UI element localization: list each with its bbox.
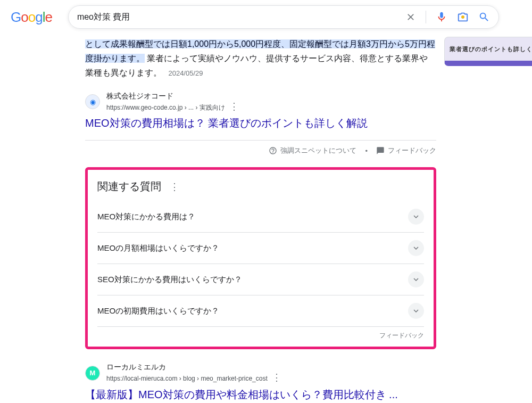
favicon-icon: M <box>85 366 100 381</box>
paa-question: MEOの初期費用はいくらですか？ <box>97 306 219 316</box>
paa-item[interactable]: MEOの月額相場はいくらですか？ <box>97 233 424 264</box>
clear-icon[interactable] <box>405 12 416 22</box>
voice-search-icon[interactable] <box>436 11 447 23</box>
source-name: ローカルミエルカ <box>106 362 281 372</box>
svg-point-0 <box>461 15 464 19</box>
chevron-down-icon <box>408 209 424 225</box>
source-url: https://www.geo-code.co.jp › ... › 実践向け <box>106 104 225 111</box>
people-also-ask-box: 関連する質問 ⋮ MEO対策にかかる費用は？ MEOの月額相場はいくらですか？ … <box>85 167 436 349</box>
more-icon[interactable]: ⋮ <box>170 181 179 193</box>
divider <box>426 11 426 23</box>
search-result: M ローカルミエルカ https://local-mieruca.com › b… <box>85 362 436 403</box>
google-logo[interactable]: Google <box>11 9 52 26</box>
header: Google <box>0 0 532 34</box>
result-title-link[interactable]: 【最新版】MEO対策の費用や料金相場はいくら？費用比較付き ... <box>85 388 436 402</box>
search-icon[interactable] <box>478 11 490 23</box>
more-icon[interactable]: ⋮ <box>272 372 281 383</box>
paa-item[interactable]: SEO対策にかかる費用はいくらですか？ <box>97 264 424 295</box>
divider <box>85 140 436 141</box>
chevron-down-icon <box>408 272 424 287</box>
source-name: 株式会社ジオコード <box>106 91 239 101</box>
image-search-icon[interactable] <box>457 11 469 23</box>
paa-item[interactable]: MEO対策にかかる費用は？ <box>97 201 424 233</box>
about-snippet-link[interactable]: 強調スニペットについて <box>269 146 356 155</box>
search-results: 業者選びのポイントも詳しく解説 として成果報酬型では日額1,000円から5,00… <box>85 34 436 403</box>
search-input[interactable] <box>77 12 405 22</box>
paa-feedback-link[interactable]: フィードバック <box>97 331 424 340</box>
paa-question: MEOの月額相場はいくらですか？ <box>97 243 219 253</box>
feedback-link[interactable]: フィードバック <box>376 146 436 155</box>
result-source: ◉ 株式会社ジオコード https://www.geo-code.co.jp ›… <box>85 91 436 113</box>
search-bar <box>68 5 499 29</box>
featured-snippet: 業者選びのポイントも詳しく解説 として成果報酬型では日額1,000円から5,00… <box>85 37 436 80</box>
result-title-link[interactable]: MEO対策の費用相場は？ 業者選びのポイントも詳しく解説 <box>85 116 436 130</box>
snippet-footer: 強調スニペットについて • フィードバック <box>85 146 436 155</box>
chevron-down-icon <box>408 240 424 256</box>
paa-title: 関連する質問 <box>97 179 161 194</box>
more-icon[interactable]: ⋮ <box>229 101 239 112</box>
snippet-date: 2024/05/29 <box>168 69 203 77</box>
separator: • <box>365 147 368 155</box>
paa-question: SEO対策にかかる費用はいくらですか？ <box>97 275 242 285</box>
source-url: https://local-mieruca.com › blog › meo_m… <box>106 375 268 382</box>
favicon-icon: ◉ <box>85 94 100 109</box>
paa-item[interactable]: MEOの初期費用はいくらですか？ <box>97 295 424 327</box>
snippet-thumbnail[interactable]: 業者選びのポイントも詳しく解説 <box>444 37 532 66</box>
chevron-down-icon <box>408 303 424 319</box>
paa-question: MEO対策にかかる費用は？ <box>97 212 195 222</box>
